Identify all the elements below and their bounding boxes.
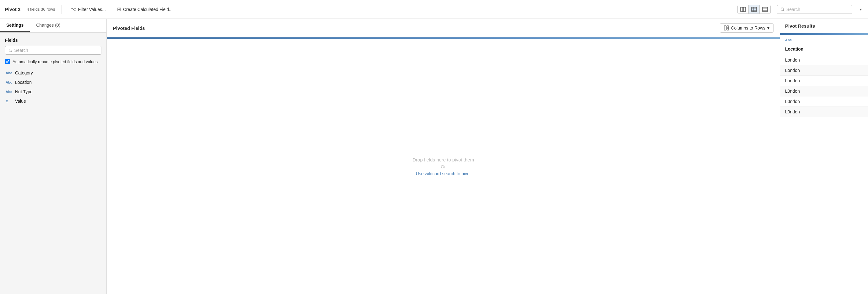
result-row-0: London [780, 55, 868, 65]
drop-text: Drop fields here to pivot them [412, 157, 474, 163]
result-row-4: L0ndon [780, 96, 868, 107]
svg-rect-14 [727, 26, 728, 30]
field-item-location[interactable]: Abc Location [5, 79, 101, 86]
topbar-divider [62, 5, 62, 14]
filter-values-label: Filter Values... [78, 7, 106, 12]
field-item-category[interactable]: Abc Category [5, 69, 101, 77]
search-box[interactable] [777, 5, 852, 14]
dropdown-arrow[interactable]: ▾ [859, 6, 863, 13]
view-toggle-list[interactable] [760, 5, 770, 13]
result-row-5: L0ndon [780, 107, 868, 117]
result-abc-badge: Abc [785, 38, 792, 42]
field-search[interactable] [5, 46, 101, 55]
tab-settings[interactable]: Settings [0, 19, 30, 32]
left-panel: Settings Changes (0) Fields Automaticall… [0, 19, 107, 294]
auto-rename-checkbox-row: Automatically rename pivoted fields and … [5, 59, 101, 64]
field-search-input[interactable] [14, 48, 98, 53]
field-type-num: # [6, 99, 12, 104]
svg-rect-13 [724, 26, 726, 30]
field-item-value[interactable]: # Value [5, 97, 101, 105]
grid-view-icon [751, 7, 757, 12]
svg-line-12 [11, 51, 12, 52]
field-name-category: Category [15, 70, 33, 76]
pivoted-fields-title: Pivoted Fields [113, 25, 145, 31]
svg-rect-1 [743, 7, 746, 11]
filter-values-button[interactable]: ⌥ Filter Values... [68, 5, 108, 13]
topbar: Pivot 2 4 fields 36 rows ⌥ Filter Values… [0, 0, 868, 19]
center-panel: Pivoted Fields Columns to Rows ▾ Drop fi… [107, 19, 780, 294]
fields-section-label: Fields [5, 38, 101, 43]
center-header: Pivoted Fields Columns to Rows ▾ [107, 19, 780, 37]
columns-to-rows-arrow: ▾ [767, 25, 769, 30]
split-view-icon [740, 7, 746, 12]
result-row-1: London [780, 65, 868, 76]
result-column-header: Abc [780, 35, 868, 45]
svg-rect-6 [763, 7, 768, 11]
field-name-value: Value [15, 99, 26, 104]
field-type-abc: Abc [6, 71, 12, 75]
panel-content: Fields Automatically rename pivoted fiel… [0, 33, 106, 294]
field-name-location: Location [15, 80, 32, 85]
auto-rename-checkbox[interactable] [5, 59, 10, 64]
columns-to-rows-button[interactable]: Columns to Rows ▾ [720, 23, 774, 33]
pivot-title: Pivot 2 [5, 7, 21, 12]
create-calculated-label: Create Calculated Field... [123, 7, 173, 12]
tabs: Settings Changes (0) [0, 19, 106, 33]
columns-to-rows-icon [724, 25, 729, 30]
view-toggle-grid[interactable] [749, 5, 760, 13]
result-row-2: London [780, 76, 868, 86]
svg-rect-0 [741, 7, 743, 11]
main-content: Settings Changes (0) Fields Automaticall… [0, 19, 868, 294]
view-toggles [737, 5, 771, 14]
result-rows: London London London L0ndon L0ndon L0ndo… [780, 55, 868, 294]
tab-changes[interactable]: Changes (0) [30, 19, 67, 32]
svg-rect-2 [751, 7, 756, 11]
svg-line-10 [783, 10, 784, 11]
result-row-3: L0ndon [780, 86, 868, 96]
pivot-meta: 4 fields 36 rows [27, 7, 55, 11]
field-item-nut-type[interactable]: Abc Nut Type [5, 88, 101, 95]
field-type-abc-3: Abc [6, 90, 12, 94]
list-view-icon [762, 7, 768, 12]
filter-icon: ⌥ [71, 6, 76, 12]
field-search-icon [8, 48, 12, 53]
right-panel: Pivot Results Abc Location London London… [780, 19, 868, 294]
auto-rename-label: Automatically rename pivoted fields and … [12, 59, 98, 64]
wildcard-search-link[interactable]: Use wildcard search to pivot [415, 171, 471, 176]
field-name-nut-type: Nut Type [15, 89, 33, 94]
search-input[interactable] [786, 7, 849, 12]
drop-zone[interactable]: Drop fields here to pivot them Or Use wi… [107, 39, 780, 294]
field-type-abc-2: Abc [6, 80, 12, 84]
view-toggle-split[interactable] [738, 5, 749, 13]
drop-or: Or [441, 164, 446, 169]
pivot-results-title: Pivot Results [780, 19, 868, 33]
columns-to-rows-label: Columns to Rows [731, 25, 765, 30]
result-column-name: Location [785, 47, 803, 52]
create-calculated-field-button[interactable]: ⊞ Create Calculated Field... [115, 5, 175, 13]
result-col-name-row: Location [780, 45, 868, 55]
calculated-field-icon: ⊞ [117, 6, 121, 12]
search-icon [780, 7, 784, 11]
fields-list: Abc Category Abc Location Abc Nut Type #… [5, 69, 101, 105]
